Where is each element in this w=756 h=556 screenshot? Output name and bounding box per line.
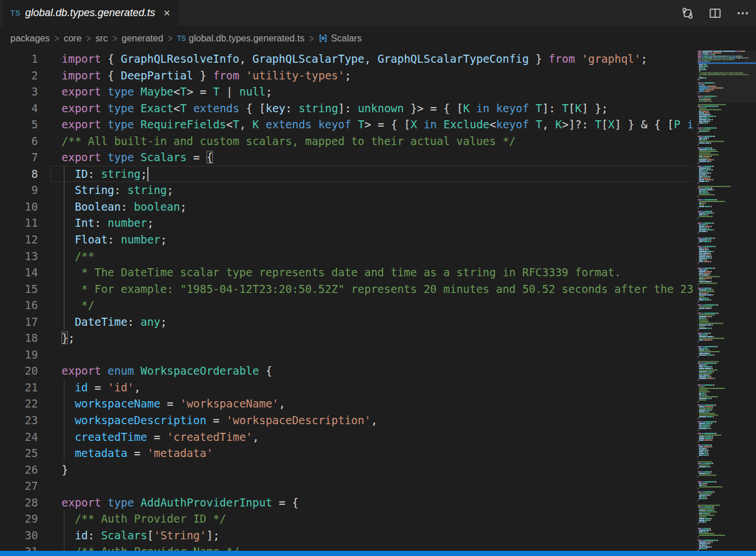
line-number[interactable]: 28 — [0, 494, 38, 511]
chevron-right-icon: > — [168, 33, 173, 44]
code-line[interactable]: 23 workspaceDescription = 'workspaceDesc… — [0, 412, 694, 429]
code-line[interactable]: 30 id: Scalars['String']; — [0, 527, 694, 544]
line-number[interactable]: 21 — [0, 379, 38, 396]
code-editor[interactable]: 1import { GraphQLResolveInfo, GraphQLSca… — [0, 51, 694, 551]
code-line[interactable]: 19 — [0, 346, 694, 363]
code-line[interactable]: 5export type RequireFields<T, K extends … — [0, 116, 694, 133]
code-text: import { GraphQLResolveInfo, GraphQLScal… — [62, 51, 647, 67]
code-text: metadata = 'metadata' — [62, 445, 213, 462]
code-line[interactable]: 1import { GraphQLResolveInfo, GraphQLSca… — [0, 51, 694, 67]
breadcrumb: packages > core > src > generated > TS g… — [0, 26, 756, 51]
line-number[interactable]: 4 — [0, 100, 38, 117]
code-text: import { DeepPartial } from 'utility-typ… — [62, 67, 351, 84]
line-number[interactable]: 10 — [0, 199, 38, 215]
chevron-right-icon: > — [112, 33, 117, 44]
line-number[interactable]: 19 — [0, 346, 38, 363]
code-line[interactable]: 20export enum WorkspaceOrderable { — [0, 363, 694, 379]
code-line[interactable]: 6/** All built-in and custom scalars, ma… — [0, 133, 694, 150]
line-number[interactable]: 24 — [0, 429, 38, 445]
line-number[interactable]: 1 — [0, 51, 38, 67]
tab-global-db-types-generated-ts[interactable]: TS global.db.types.generated.ts ✕ — [3, 0, 178, 26]
typescript-file-icon: TS — [10, 9, 21, 17]
line-number[interactable]: 27 — [0, 478, 38, 494]
line-number[interactable]: 8 — [0, 166, 38, 182]
code-text: export type Exact<T extends { [key: stri… — [62, 100, 608, 117]
line-number[interactable]: 26 — [0, 462, 38, 478]
line-number[interactable]: 17 — [0, 314, 38, 330]
breadcrumb-item-src[interactable]: src — [96, 33, 108, 44]
code-line[interactable]: 13 /** — [0, 248, 694, 265]
more-actions-icon[interactable] — [736, 7, 749, 20]
breadcrumb-item-scalars[interactable]: Scalars — [318, 33, 361, 44]
code-line[interactable]: 26} — [0, 462, 694, 478]
line-number[interactable]: 11 — [0, 215, 38, 231]
breadcrumb-item-generated[interactable]: generated — [122, 33, 163, 44]
code-line[interactable]: 8 ID: string; — [0, 166, 694, 182]
line-number[interactable]: 3 — [0, 83, 38, 100]
code-text: Boolean: boolean; — [62, 199, 186, 215]
close-tab-icon[interactable]: ✕ — [163, 8, 171, 18]
chevron-right-icon: > — [55, 33, 59, 44]
code-line[interactable]: 28export type AddAuthProviderInput = { — [0, 494, 694, 511]
code-line[interactable]: 12 Float: number; — [0, 231, 694, 248]
breadcrumb-item-packages[interactable]: packages — [10, 33, 50, 44]
code-line[interactable]: 18}; — [0, 330, 694, 346]
code-line[interactable]: 24 createdTime = 'createdTime', — [0, 429, 694, 445]
code-line[interactable]: 9 String: string; — [0, 182, 694, 199]
line-number[interactable]: 6 — [0, 133, 38, 150]
code-line[interactable]: 15 * For example: "1985-04-12T23:20:50.5… — [0, 281, 694, 298]
breadcrumb-item-core[interactable]: core — [64, 33, 82, 44]
split-editor-icon[interactable] — [709, 7, 721, 20]
code-line[interactable]: 14 * The DateTime scalar type represents… — [0, 264, 694, 281]
code-line[interactable]: 27 — [0, 478, 694, 494]
line-number[interactable]: 20 — [0, 363, 38, 379]
code-text: }; — [62, 330, 75, 346]
line-number[interactable]: 25 — [0, 445, 38, 462]
code-line[interactable]: 16 */ — [0, 297, 694, 314]
status-bar[interactable] — [0, 551, 756, 556]
code-line[interactable]: 22 workspaceName = 'workspaceName', — [0, 395, 694, 412]
line-number[interactable]: 12 — [0, 231, 38, 248]
code-line[interactable]: 4export type Exact<T extends { [key: str… — [0, 100, 694, 117]
line-number[interactable]: 23 — [0, 412, 38, 429]
code-line[interactable]: 21 id = 'id', — [0, 379, 694, 396]
code-line[interactable]: 3export type Maybe<T> = T | null; — [0, 83, 694, 100]
code-text: id: Scalars['String']; — [62, 527, 220, 544]
line-number[interactable]: 13 — [0, 248, 38, 265]
line-number[interactable]: 16 — [0, 297, 38, 314]
line-number[interactable]: 31 — [0, 543, 38, 551]
code-line[interactable]: 25 metadata = 'metadata' — [0, 445, 694, 462]
line-number[interactable]: 7 — [0, 149, 38, 166]
minimap-divider — [697, 51, 697, 551]
line-number[interactable]: 22 — [0, 395, 38, 412]
minimap[interactable] — [698, 51, 756, 551]
line-number[interactable]: 9 — [0, 182, 38, 199]
text-cursor — [147, 167, 148, 181]
code-text: /** Auth Provider Name */ — [62, 543, 239, 551]
line-number[interactable]: 29 — [0, 511, 38, 527]
code-text: export type Scalars = { — [62, 149, 213, 166]
typescript-file-icon: TS — [177, 35, 186, 43]
breadcrumb-item-file[interactable]: TS global.db.types.generated.ts — [177, 33, 304, 44]
line-number[interactable]: 15 — [0, 281, 38, 298]
code-text: export enum WorkspaceOrderable { — [62, 363, 272, 379]
line-number[interactable]: 5 — [0, 116, 38, 133]
code-line[interactable]: 17 DateTime: any; — [0, 314, 694, 330]
code-line[interactable]: 31 /** Auth Provider Name */ — [0, 543, 694, 551]
code-line[interactable]: 10 Boolean: boolean; — [0, 199, 694, 215]
line-number[interactable]: 14 — [0, 264, 38, 281]
line-number[interactable]: 18 — [0, 330, 38, 346]
code-text: * For example: "1985-04-12T23:20:50.52Z"… — [62, 281, 693, 298]
line-number[interactable]: 2 — [0, 67, 38, 84]
code-text: id = 'id', — [62, 379, 140, 396]
open-changes-icon[interactable] — [681, 7, 694, 20]
code-line[interactable]: 7export type Scalars = { — [0, 149, 694, 166]
chevron-right-icon: > — [309, 33, 314, 44]
code-text: /** Auth Provider ID */ — [62, 511, 226, 527]
code-line[interactable]: 29 /** Auth Provider ID */ — [0, 511, 694, 527]
code-line[interactable]: 11 Int: number; — [0, 215, 694, 231]
code-text: Float: number; — [62, 231, 167, 248]
code-line[interactable]: 2import { DeepPartial } from 'utility-ty… — [0, 67, 694, 84]
line-number[interactable]: 30 — [0, 527, 38, 544]
code-text: } — [62, 462, 68, 478]
